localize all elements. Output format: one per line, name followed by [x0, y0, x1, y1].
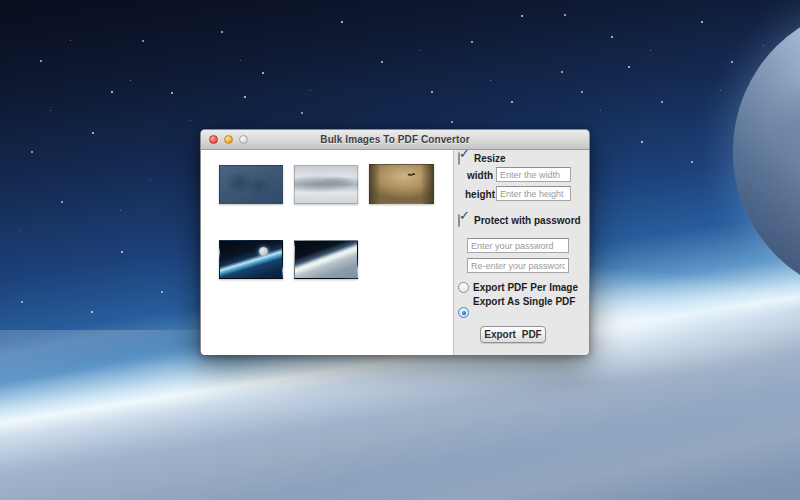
radio-export-per-image[interactable]	[458, 282, 469, 293]
width-label: width	[467, 170, 493, 181]
image-thumbnail-4[interactable]	[219, 240, 283, 279]
resize-checkbox[interactable]: ✓	[458, 153, 460, 164]
image-thumbnail-5[interactable]	[294, 240, 358, 279]
export-per-image-label: Export PDF Per Image	[473, 282, 578, 293]
protect-password-label: Protect with password	[474, 215, 581, 226]
traffic-lights	[209, 130, 248, 149]
window-title: Bulk Images To PDF Convertor	[320, 134, 469, 145]
close-button[interactable]	[209, 135, 218, 144]
radio-export-single-pdf[interactable]	[458, 307, 469, 318]
earth-clouds	[0, 330, 800, 500]
export-pdf-button[interactable]: Export PDF	[480, 326, 546, 343]
resize-label: Resize	[474, 153, 506, 164]
height-label: height	[465, 189, 495, 200]
app-window: Bulk Images To PDF Convertor ✓ Resize wi…	[200, 129, 590, 355]
export-single-pdf-label: Export As Single PDF	[473, 296, 575, 307]
minimize-button[interactable]	[224, 135, 233, 144]
image-thumbnail-3[interactable]	[369, 164, 434, 204]
height-input[interactable]	[496, 186, 571, 201]
image-thumbnail-1[interactable]	[219, 165, 283, 204]
reenter-password-input[interactable]	[467, 258, 569, 273]
stars-faint	[0, 0, 1, 1]
zoom-button[interactable]	[239, 135, 248, 144]
width-input[interactable]	[496, 167, 571, 182]
password-input[interactable]	[467, 238, 569, 253]
checkmark-icon: ✓	[459, 150, 470, 160]
protect-password-checkbox[interactable]: ✓	[458, 215, 460, 226]
bird-silhouette	[407, 172, 416, 178]
window-content: ✓ Resize width height ✓ Protect with pas…	[201, 150, 589, 355]
options-panel: ✓ Resize width height ✓ Protect with pas…	[453, 150, 589, 355]
checkmark-icon: ✓	[459, 209, 470, 222]
image-list-panel	[201, 150, 453, 355]
titlebar[interactable]: Bulk Images To PDF Convertor	[201, 130, 589, 150]
image-thumbnail-2[interactable]	[294, 165, 358, 204]
moon	[733, 3, 800, 299]
